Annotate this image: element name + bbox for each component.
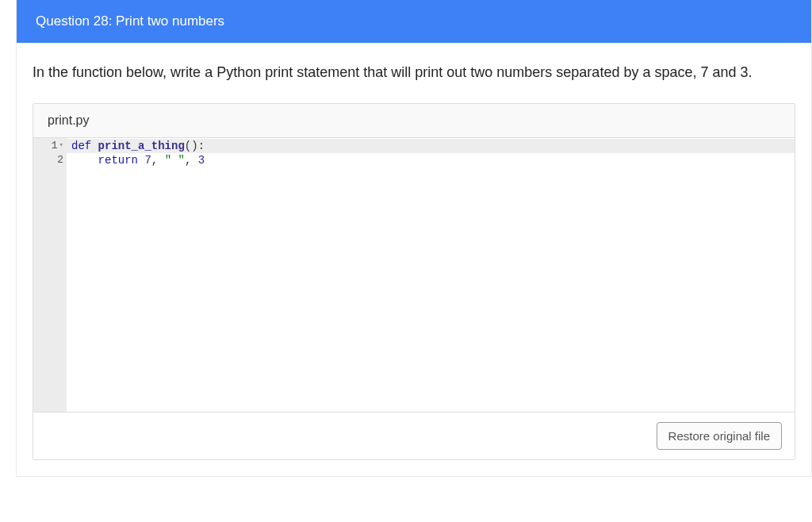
comma: ,	[151, 154, 165, 167]
code-line-2[interactable]: return 7, " ", 3	[67, 153, 795, 167]
code-editor-panel: print.py 1 ▾ 2 def print_a_thing(): retu…	[33, 103, 795, 460]
question-header: Question 28: Print two numbers	[17, 0, 811, 43]
number-literal: 7	[144, 154, 151, 167]
comma: ,	[185, 154, 198, 167]
keyword-def: def	[71, 140, 98, 152]
keyword-return: return	[98, 154, 138, 167]
code-text-area[interactable]: def print_a_thing(): return 7, " ", 3	[67, 138, 795, 412]
editor-footer: Restore original file	[33, 412, 795, 459]
editor-tab-filename[interactable]: print.py	[33, 104, 103, 137]
question-prompt: In the function below, write a Python pr…	[33, 62, 795, 84]
editor-tabbar: print.py	[33, 104, 795, 138]
indent	[71, 154, 98, 167]
string-literal: " "	[165, 154, 185, 167]
restore-original-button[interactable]: Restore original file	[657, 422, 782, 450]
code-editor[interactable]: 1 ▾ 2 def print_a_thing(): return 7, " "…	[33, 138, 795, 412]
number-literal: 3	[198, 154, 205, 167]
fold-arrow-icon[interactable]: ▾	[59, 142, 63, 149]
parens-colon: ():	[185, 140, 205, 152]
line-number: 1	[52, 139, 58, 153]
gutter-line-1: 1 ▾	[33, 139, 67, 153]
code-line-1[interactable]: def print_a_thing():	[67, 139, 795, 153]
question-content: In the function below, write a Python pr…	[17, 43, 811, 476]
function-name: print_a_thing	[98, 140, 185, 152]
question-title: Question 28: Print two numbers	[36, 13, 224, 29]
gutter-line-2: 2	[33, 153, 67, 167]
line-number: 2	[57, 153, 63, 167]
question-card: Question 28: Print two numbers In the fu…	[16, 0, 812, 477]
editor-gutter: 1 ▾ 2	[33, 138, 67, 412]
